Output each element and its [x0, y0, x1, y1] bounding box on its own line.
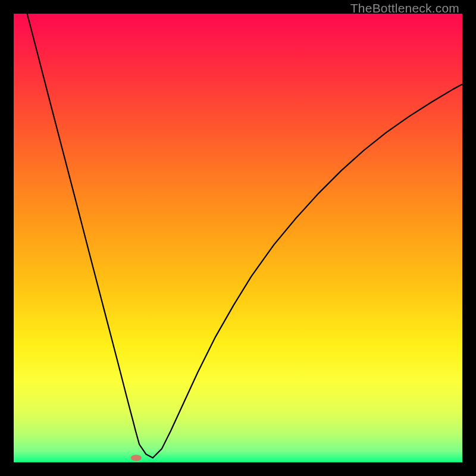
bottleneck-chart [14, 14, 462, 462]
plot-frame [14, 14, 462, 462]
chart-background [14, 14, 462, 462]
optimal-point-marker [131, 455, 142, 461]
watermark-text: TheBottleneck.com [350, 1, 459, 15]
